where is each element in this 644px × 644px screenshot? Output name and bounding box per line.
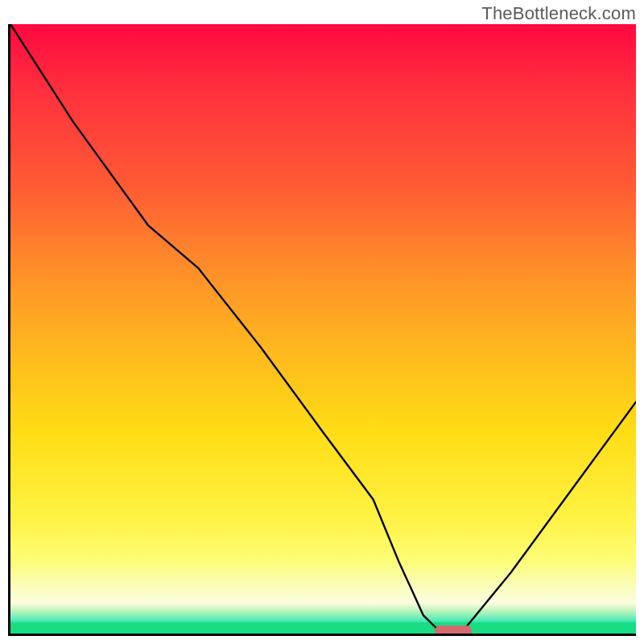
bottleneck-curve-path (10, 24, 636, 634)
plot-area (8, 24, 636, 636)
curve-svg (10, 24, 636, 634)
chart-canvas: TheBottleneck.com (0, 0, 644, 644)
watermark-text: TheBottleneck.com (481, 3, 636, 24)
optimal-marker (435, 625, 472, 636)
